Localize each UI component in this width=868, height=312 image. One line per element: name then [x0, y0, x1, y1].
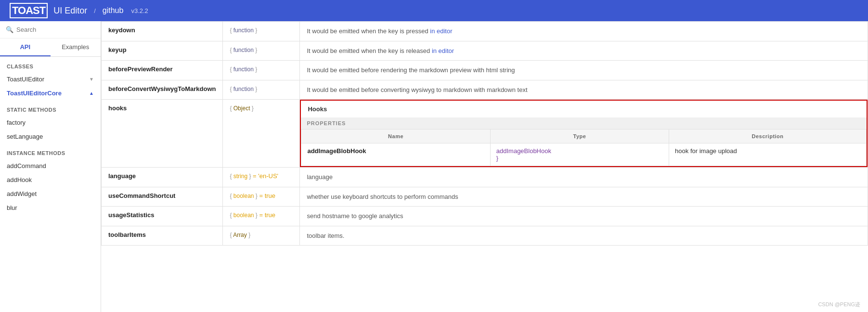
row-name: toolbarItems [108, 231, 146, 238]
rows-above: keydown{ function }It would be emitted w… [102, 22, 868, 100]
sidebar-item-label: ToastUIEditorCore [7, 90, 62, 97]
table-row: language{ string } = 'en-US'language [102, 168, 868, 187]
tab-api[interactable]: API [0, 39, 51, 56]
row-type: { Array } [223, 226, 300, 246]
row-name: keyup [108, 46, 127, 53]
hooks-name: hooks [108, 104, 127, 112]
header: TOAST UI Editor / github v3.2.2 [0, 0, 868, 21]
bracket-open: { [230, 105, 233, 112]
sidebar-item-label: ToastUIEditor [7, 76, 44, 83]
row-description: It would be emitted before rendering the… [300, 61, 868, 80]
row-name: useCommandShortcut [108, 192, 175, 199]
watermark: CSDN @PENG迹 [818, 301, 860, 308]
hooks-box: Hooks PROPERTIES Name Type Description [300, 100, 868, 167]
type-name: Object [233, 105, 250, 112]
row-type: { string } = 'en-US' [223, 168, 300, 187]
sidebar-item-label: addHook [7, 176, 32, 183]
api-table: keydown{ function }It would be emitted w… [101, 21, 868, 246]
hook-name: addImageBlobHook [301, 143, 490, 166]
sidebar-item-label: setLanguage [7, 133, 43, 140]
header-version: v3.2.2 [131, 7, 148, 14]
sidebar: 🔍 API Examples CLASSES ToastUIEditor ▼ T… [0, 21, 101, 312]
app-title: UI Editor [53, 6, 87, 16]
bracket-close: } [250, 105, 253, 112]
row-name: beforeConvertWysiwygToMarkdown [108, 85, 216, 92]
row-name: keydown [108, 26, 135, 34]
properties-header: PROPERTIES [301, 117, 867, 129]
table-row: useCommandShortcut{ boolean } = truewhet… [102, 187, 868, 207]
chevron-down-icon: ▼ [89, 77, 94, 82]
logo: TOAST [10, 3, 49, 18]
row-name: language [108, 172, 136, 180]
hook-type: addImageBlobHook} [490, 143, 669, 166]
row-name: usageStatistics [108, 211, 154, 219]
sidebar-item-addwidget[interactable]: addWidget [0, 187, 101, 201]
row-description: It would be emitted before converting wy… [300, 80, 868, 100]
table-row: toolbarItems{ Array }toolbar items. [102, 226, 868, 246]
sidebar-item-addhook[interactable]: addHook [0, 173, 101, 187]
sidebar-item-toastuieditorcore[interactable]: ToastUIEditorCore ▲ [0, 86, 101, 100]
static-methods-title: STATIC METHODS [0, 100, 101, 116]
search-box[interactable]: 🔍 [0, 21, 101, 39]
hooks-description-header: Hooks [301, 101, 867, 117]
row-description: whether use keyboard shortcuts to perfor… [300, 187, 868, 207]
table-row: beforeConvertWysiwygToMarkdown{ function… [102, 80, 868, 100]
sidebar-item-toastuieditor[interactable]: ToastUIEditor ▼ [0, 72, 101, 86]
tab-examples[interactable]: Examples [51, 39, 101, 56]
hook-type-link[interactable]: addImageBlobHook} [496, 147, 551, 162]
row-type: { boolean } = true [223, 207, 300, 226]
row-description: toolbar items. [300, 226, 868, 246]
hooks-inner-table: Name Type Description addImageBlobHook [301, 129, 867, 166]
hooks-inner-row: addImageBlobHook addImageBlobHook} hook … [301, 143, 867, 166]
sidebar-item-label: addCommand [7, 162, 46, 169]
main-layout: 🔍 API Examples CLASSES ToastUIEditor ▼ T… [0, 21, 868, 312]
hooks-section: hooks { Object } Hooks PROPERTIES [102, 100, 868, 168]
chevron-up-icon: ▲ [89, 91, 94, 96]
classes-section-title: CLASSES [0, 57, 101, 72]
row-type: { boolean } = true [223, 187, 300, 207]
search-input[interactable] [16, 26, 95, 33]
row-type: { function } [230, 47, 257, 53]
table-row: beforePreviewRender{ function }It would … [102, 61, 868, 80]
sidebar-item-label: factory [7, 119, 26, 126]
row-description: send hostname to google analytics [300, 207, 868, 226]
row-description: language [300, 168, 868, 187]
hooks-type: { Object } [230, 105, 253, 112]
header-github[interactable]: github [103, 6, 124, 15]
sidebar-item-blur[interactable]: blur [0, 201, 101, 215]
rows-below: language{ string } = 'en-US'languageuseC… [102, 168, 868, 246]
sidebar-item-label: blur [7, 204, 17, 211]
row-name: beforePreviewRender [108, 65, 173, 73]
hook-description: hook for image upload [669, 143, 867, 166]
sidebar-item-setlanguage[interactable]: setLanguage [0, 130, 101, 143]
row-type: { function } [230, 66, 257, 73]
sidebar-item-addcommand[interactable]: addCommand [0, 159, 101, 173]
content-area: keydown{ function }It would be emitted w… [101, 21, 868, 312]
search-icon: 🔍 [6, 26, 13, 33]
row-description: It would be emitted when the key is pres… [300, 22, 868, 41]
logo-box: TOAST [10, 3, 48, 18]
row-type: { function } [230, 27, 257, 34]
hooks-row: hooks { Object } Hooks PROPERTIES [102, 100, 868, 168]
header-separator: / [94, 7, 96, 14]
sidebar-item-factory[interactable]: factory [0, 116, 101, 130]
table-row: keyup{ function }It would be emitted whe… [102, 41, 868, 61]
col-description: Description [669, 130, 867, 143]
sidebar-tabs: API Examples [0, 39, 101, 57]
table-row: keydown{ function }It would be emitted w… [102, 22, 868, 41]
table-row: usageStatistics{ boolean } = truesend ho… [102, 207, 868, 226]
col-name: Name [301, 130, 490, 143]
row-type: { function } [230, 86, 257, 92]
sidebar-item-label: addWidget [7, 190, 37, 197]
col-type: Type [490, 130, 669, 143]
hooks-inner-header-row: Name Type Description [301, 130, 867, 143]
instance-methods-title: INSTANCE METHODS [0, 143, 101, 159]
row-description: It would be emitted when the key is rele… [300, 41, 868, 61]
